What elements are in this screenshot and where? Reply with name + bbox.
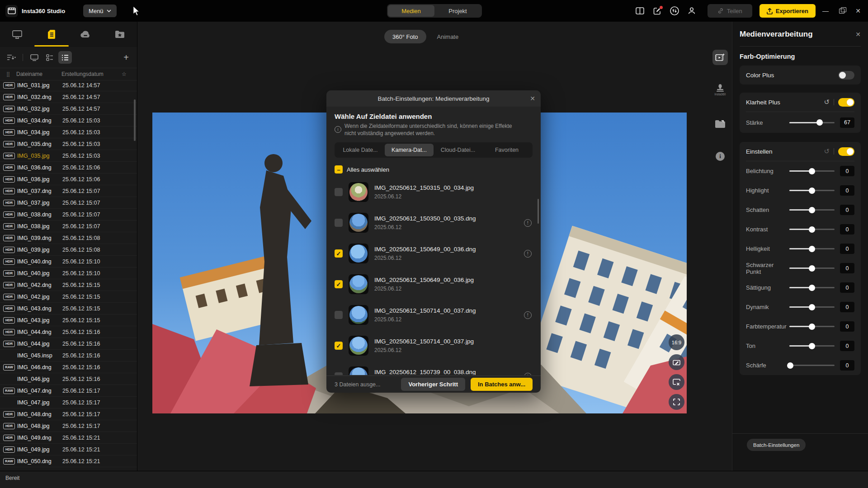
file-row[interactable]: HDR IMG_037.jpg 25.06.12 15:07 — [0, 197, 137, 209]
slider-knob[interactable] — [787, 362, 793, 369]
slider-knob[interactable] — [809, 343, 815, 349]
edit-notification-icon[interactable] — [651, 4, 664, 18]
file-row[interactable]: IMG_045.insp 25.06.12 15:16 — [0, 350, 137, 361]
restore-button[interactable] — [835, 4, 848, 18]
file-checkbox[interactable]: ✓ — [335, 249, 343, 258]
file-row[interactable]: HDR IMG_032.dng 25.06.12 14:57 — [0, 91, 137, 103]
slider-track[interactable] — [789, 345, 835, 347]
file-row[interactable]: HDR IMG_032.jpg 25.06.12 14:57 — [0, 103, 137, 115]
file-row[interactable]: RAW IMG_047.dng 25.06.12 15:17 — [0, 385, 137, 397]
file-row[interactable]: HDR IMG_044.jpg 25.06.12 15:16 — [0, 338, 137, 350]
file-checkbox[interactable] — [335, 311, 343, 319]
file-row[interactable]: RAW IMG_046.dng 25.06.12 15:16 — [0, 361, 137, 373]
modal-file-row[interactable]: ✓ IMG_20250612_150714_00_037.jpg 2025.06… — [335, 330, 533, 361]
file-row[interactable]: HDR IMG_043.jpg 25.06.12 15:15 — [0, 314, 137, 326]
slider-knob[interactable] — [809, 304, 815, 310]
reset-icon[interactable]: ↺ — [824, 147, 830, 155]
file-row[interactable]: HDR IMG_049.dng 25.06.12 15:21 — [0, 432, 137, 444]
warning-info-icon[interactable]: ! — [524, 250, 532, 258]
column-filename[interactable]: Dateiname — [16, 71, 61, 77]
sort-button[interactable] — [5, 51, 18, 64]
grid-toggle-icon[interactable]: ⣿ — [0, 71, 16, 77]
media-processing-icon[interactable] — [712, 50, 728, 65]
file-row[interactable]: HDR IMG_048.jpg 25.06.12 15:17 — [0, 420, 137, 432]
clarity-toggle[interactable] — [838, 98, 854, 107]
slider-knob[interactable] — [809, 188, 815, 194]
modal-scrollbar[interactable] — [538, 199, 539, 224]
file-row[interactable]: HDR IMG_036.jpg 25.06.12 15:06 — [0, 174, 137, 185]
file-row[interactable]: HDR IMG_035.jpg 25.06.12 15:03 — [0, 150, 137, 162]
modal-file-row[interactable]: IMG_20250612_150350_00_035.dng 2025.06.1… — [335, 207, 533, 238]
draw-edit-button[interactable] — [669, 354, 684, 370]
file-row[interactable]: HDR IMG_031.jpg 25.06.12 14:57 — [0, 80, 137, 91]
slider-track[interactable] — [789, 365, 835, 366]
tab-local-files[interactable]: Lokale Date... — [336, 144, 385, 156]
file-row[interactable]: HDR IMG_034.dng 25.06.12 15:03 — [0, 115, 137, 127]
slider-track[interactable] — [789, 209, 835, 211]
info-icon[interactable]: i — [716, 152, 725, 161]
previous-step-button[interactable]: Vorheriger Schritt — [401, 378, 465, 391]
fullscreen-button[interactable] — [669, 394, 684, 410]
screen-remove-button[interactable] — [669, 374, 684, 390]
file-row[interactable]: HDR IMG_044.dng 25.06.12 15:16 — [0, 326, 137, 338]
slider-track[interactable] — [789, 267, 835, 269]
file-row[interactable]: HDR IMG_042.dng 25.06.12 15:15 — [0, 279, 137, 291]
adjust-toggle[interactable] — [838, 147, 854, 156]
slider-track[interactable] — [789, 287, 835, 288]
warning-info-icon[interactable]: ! — [524, 219, 532, 227]
account-icon[interactable] — [685, 4, 698, 18]
add-button[interactable]: + — [120, 52, 132, 63]
tab-360-foto[interactable]: 360° Foto — [384, 30, 426, 43]
slider-track[interactable] — [789, 306, 835, 308]
tab-favorites[interactable]: Favoriten — [482, 144, 531, 156]
slider-knob[interactable] — [809, 207, 815, 213]
panel-close-icon[interactable]: ✕ — [855, 31, 861, 38]
transfer-queue-icon[interactable] — [668, 4, 681, 18]
select-all-row[interactable]: – Alles auswählen — [335, 165, 533, 174]
modal-file-row[interactable]: IMG_20250612_150315_00_034.jpg 2025.06.1… — [335, 177, 533, 207]
sidebar-scrollbar[interactable] — [134, 99, 136, 141]
warning-info-icon[interactable]: ! — [524, 373, 532, 375]
modal-close-icon[interactable]: ✕ — [530, 90, 535, 107]
file-row[interactable]: HDR IMG_039.dng 25.06.12 15:08 — [0, 232, 137, 244]
slider-knob[interactable] — [809, 265, 815, 272]
file-checkbox[interactable] — [335, 372, 343, 375]
file-row[interactable]: HDR IMG_043.dng 25.06.12 15:15 — [0, 303, 137, 314]
tab-medien[interactable]: Medien — [388, 5, 434, 17]
modal-file-row[interactable]: ✓ IMG_20250612_150649_00_036.dng 2025.06… — [335, 238, 533, 269]
slider-knob[interactable] — [809, 324, 815, 330]
tab-projekt[interactable]: Projekt — [434, 5, 481, 17]
slider-knob[interactable] — [809, 246, 815, 252]
file-row[interactable]: IMG_047.jpg 25.06.12 15:17 — [0, 397, 137, 408]
modal-file-row[interactable]: ✓ IMG_20250612_150649_00_036.jpg 2025.06… — [335, 269, 533, 300]
tab-cloud[interactable] — [69, 30, 103, 38]
minimize-button[interactable]: — — [819, 4, 832, 18]
view-list-button[interactable] — [58, 51, 72, 64]
slider-track[interactable] — [789, 122, 835, 123]
file-row[interactable]: HDR IMG_039.jpg 25.06.12 15:08 — [0, 244, 137, 256]
file-row[interactable]: IMG_050.jpg 25.06.12 15:21 — [0, 467, 137, 471]
file-row[interactable]: HDR IMG_036.dng 25.06.12 15:06 — [0, 162, 137, 174]
apply-batch-button[interactable]: In Batches anw... — [471, 378, 533, 391]
star-column-icon[interactable]: ☆ — [122, 71, 137, 77]
file-row[interactable]: HDR IMG_038.jpg 25.06.12 15:07 — [0, 221, 137, 232]
tab-cloud-files[interactable]: Cloud-Datei... — [434, 144, 482, 156]
file-checkbox[interactable] — [335, 219, 343, 227]
slider-knob[interactable] — [809, 226, 815, 233]
file-checkbox[interactable]: ✓ — [335, 280, 343, 288]
file-checkbox[interactable]: ✓ — [335, 342, 343, 350]
slider-knob[interactable] — [809, 285, 815, 291]
menu-button[interactable]: Menü — [83, 5, 117, 17]
slider-track[interactable] — [789, 326, 835, 327]
batch-settings-button[interactable]: Batch-Einstellungen — [747, 439, 806, 451]
file-row[interactable]: HDR IMG_048.dng 25.06.12 15:17 — [0, 408, 137, 420]
watermark-stamp-icon[interactable]: Insta360 — [715, 83, 726, 96]
view-grid-button[interactable] — [43, 51, 57, 64]
file-row[interactable]: HDR IMG_042.jpg 25.06.12 15:15 — [0, 291, 137, 303]
tab-animate[interactable]: Animate — [429, 30, 467, 43]
color-plus-toggle[interactable] — [838, 71, 854, 80]
aspect-ratio-button[interactable]: 16:9 — [669, 334, 684, 350]
file-row[interactable]: RAW IMG_050.dng 25.06.12 15:21 — [0, 455, 137, 467]
file-row[interactable]: HDR IMG_037.dng 25.06.12 15:07 — [0, 185, 137, 197]
modal-file-row[interactable]: IMG_20250612_150714_00_037.dng 2025.06.1… — [335, 300, 533, 330]
